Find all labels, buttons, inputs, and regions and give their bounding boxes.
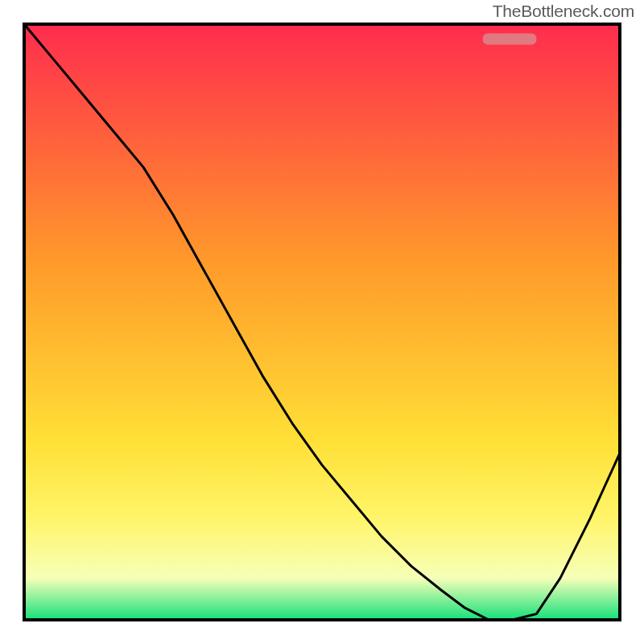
plot-area (24, 24, 620, 620)
optimal-range-marker (483, 34, 537, 45)
bottleneck-curve-chart (0, 0, 644, 644)
